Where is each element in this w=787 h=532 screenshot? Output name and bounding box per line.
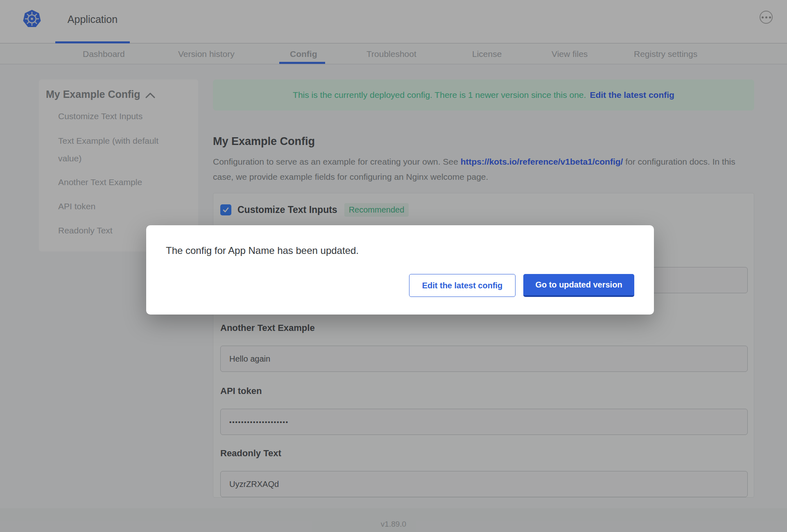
app-screen: Application Dashboard Version history Co… (0, 0, 787, 532)
modal-button-row: Edit the latest config Go to updated ver… (409, 274, 634, 297)
config-updated-modal: The config for App Name has been updated… (146, 225, 654, 315)
edit-latest-config-button[interactable]: Edit the latest config (409, 274, 516, 297)
go-to-updated-version-button[interactable]: Go to updated version (523, 274, 634, 297)
modal-message: The config for App Name has been updated… (166, 245, 359, 256)
